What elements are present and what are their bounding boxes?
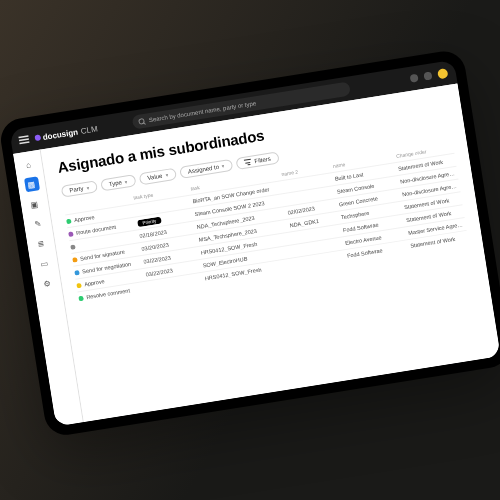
sidebar-edit-icon[interactable]: ✎ xyxy=(30,216,46,232)
status-dot-icon xyxy=(72,257,78,263)
chevron-down-icon: ▾ xyxy=(221,163,225,169)
filters-button[interactable]: Filters xyxy=(236,151,280,169)
topbar-right xyxy=(409,68,448,84)
filter-type[interactable]: Type▾ xyxy=(100,174,136,191)
filter-value[interactable]: Value▾ xyxy=(139,168,177,186)
sidebar-list-icon[interactable]: ≣ xyxy=(33,236,49,252)
notifications-icon[interactable] xyxy=(423,71,432,80)
sidebar-folder-icon[interactable]: ▭ xyxy=(36,255,52,271)
help-icon[interactable] xyxy=(410,74,419,83)
filter-party[interactable]: Party▾ xyxy=(61,180,98,197)
status-label: Approve xyxy=(84,278,105,287)
screen: docusignCLM Search by document name, par… xyxy=(9,60,500,427)
status-dot-icon xyxy=(68,231,74,237)
chevron-down-icon: ▾ xyxy=(86,184,90,190)
brand[interactable]: docusignCLM xyxy=(34,124,98,143)
chevron-down-icon: ▾ xyxy=(165,172,169,178)
status-label: Approve xyxy=(74,214,95,223)
menu-icon[interactable] xyxy=(18,135,29,144)
name2-cell xyxy=(296,257,341,264)
brand-dot-icon xyxy=(34,135,41,142)
status-dot-icon xyxy=(78,295,84,301)
task-type-cell xyxy=(148,279,199,287)
search-icon xyxy=(139,118,146,125)
brand-sub: CLM xyxy=(80,124,98,136)
sidebar-dashboard-icon[interactable]: ▦ xyxy=(24,176,40,192)
sidebar-home-icon[interactable]: ⌂ xyxy=(20,157,36,173)
status-dot-icon xyxy=(70,244,76,250)
status-dot-icon xyxy=(76,282,82,288)
filter-assigned[interactable]: Assigned to▾ xyxy=(179,159,234,179)
status-dot-icon xyxy=(74,269,80,275)
status-label: Resolve comment xyxy=(86,287,130,300)
tablet-frame: docusignCLM Search by document name, par… xyxy=(0,48,500,438)
documents-table: task type task name 2 name Change order … xyxy=(64,144,469,304)
avatar[interactable] xyxy=(437,68,448,79)
sidebar-box-icon[interactable]: ▣ xyxy=(27,196,43,212)
chevron-down-icon: ▾ xyxy=(124,178,128,184)
status-dot-icon xyxy=(66,218,72,224)
filter-icon xyxy=(244,159,252,166)
sidebar-settings-icon[interactable]: ⚙ xyxy=(39,275,55,291)
brand-name: docusign xyxy=(42,127,79,141)
